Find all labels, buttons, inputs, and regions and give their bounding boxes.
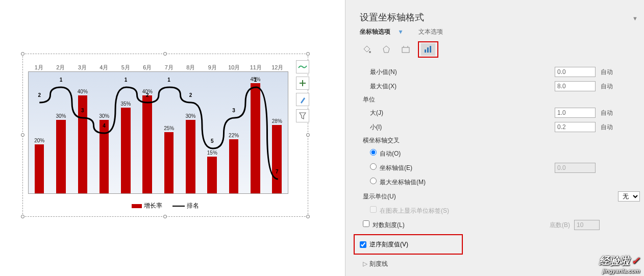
axis-icon-highlight: [418, 41, 438, 58]
min-input[interactable]: [555, 67, 596, 77]
auto-radio[interactable]: [370, 149, 377, 156]
max-label: 最大值(X): [360, 82, 555, 91]
svg-marker-1: [383, 46, 389, 53]
svg-rect-4: [427, 47, 429, 53]
legend-swatch-line: [172, 206, 185, 207]
cross-section: 横坐标轴交叉: [360, 134, 640, 146]
ticks-section[interactable]: ▷刻度线: [360, 258, 640, 270]
expand-icon: ▷: [363, 260, 367, 267]
max-axis-radio[interactable]: [370, 178, 377, 184]
major-label: 大(J): [360, 109, 555, 117]
svg-rect-3: [425, 49, 426, 53]
max-input[interactable]: [555, 81, 596, 91]
reverse-order-check[interactable]: [360, 241, 366, 248]
major-input[interactable]: [555, 108, 596, 118]
chart-tools: [296, 60, 310, 126]
svg-rect-2: [402, 47, 409, 53]
minor-label: 小(I): [360, 123, 555, 132]
collapse-icon[interactable]: ▼: [632, 15, 638, 21]
svg-point-0: [369, 51, 371, 53]
panel-tabs: 坐标轴选项 ▾ 文本选项: [360, 28, 640, 36]
axis-options-icon[interactable]: [421, 43, 435, 56]
watermark: 经验啦 ✓ jingyanla.com: [599, 254, 640, 274]
log-base-input: [574, 220, 600, 230]
unit-section: 单位: [360, 93, 640, 106]
display-unit-label: 显示单位(U): [360, 192, 490, 201]
chart-selection[interactable]: [22, 54, 308, 217]
effects-icon[interactable]: [379, 43, 393, 56]
size-icon[interactable]: [399, 43, 413, 56]
minor-input[interactable]: [555, 122, 596, 132]
format-axis-panel: ▼ 设置坐标轴格式 坐标轴选项 ▾ 文本选项 最小值(N)自动 最大值(X)自动…: [345, 0, 644, 276]
axis-value-input: [555, 163, 596, 173]
display-unit-select[interactable]: 无: [618, 191, 640, 202]
legend-swatch-bar: [132, 204, 142, 208]
funnel-icon[interactable]: [296, 109, 309, 122]
panel-icon-tabs: [360, 41, 640, 58]
tab-axis-options[interactable]: 坐标轴选项 ▾: [360, 28, 409, 35]
line-style-icon[interactable]: [296, 60, 309, 73]
chart-legend: 增长率 排名: [22, 202, 308, 210]
plus-icon[interactable]: [296, 77, 309, 90]
chart-canvas[interactable]: 1月2月3月4月5月6月7月8月9月10月11月12月 20%230%140%3…: [0, 0, 345, 276]
fill-icon[interactable]: [360, 43, 374, 56]
log-scale-check[interactable]: [363, 220, 369, 227]
svg-rect-5: [430, 46, 431, 53]
panel-title: 设置坐标轴格式: [360, 11, 640, 23]
show-unit-label-check: [370, 206, 377, 213]
min-label: 最小值(N): [360, 68, 555, 77]
brush-icon[interactable]: [296, 93, 309, 106]
axis-value-radio[interactable]: [370, 163, 377, 170]
reverse-highlight: 逆序刻度值(V): [354, 234, 463, 255]
tab-text-options[interactable]: 文本选项: [418, 28, 443, 35]
